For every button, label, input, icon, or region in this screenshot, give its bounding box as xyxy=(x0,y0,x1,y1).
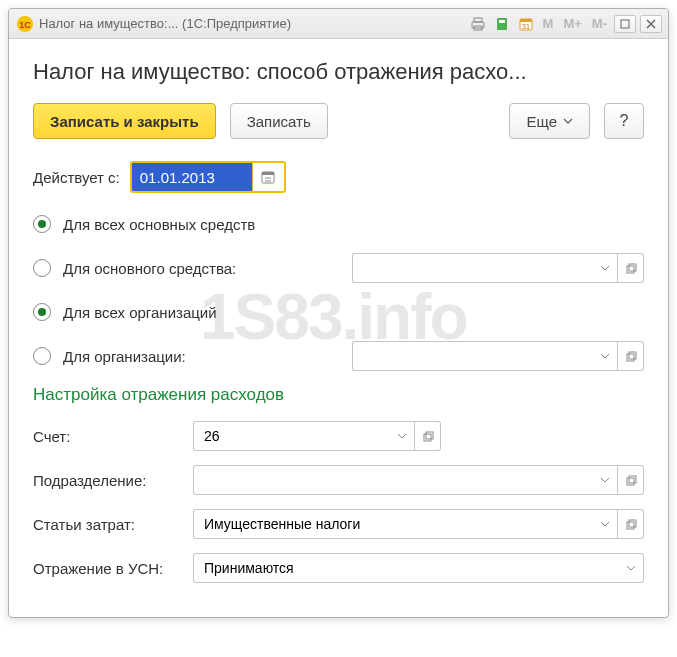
content-area: Налог на имущество: способ отражения рас… xyxy=(9,39,668,617)
svg-rect-16 xyxy=(629,264,636,271)
calendar-icon[interactable]: 31 xyxy=(516,14,536,34)
account-label: Счет: xyxy=(33,428,183,445)
radio-one-asset-label: Для основного средства: xyxy=(63,260,236,277)
svg-rect-20 xyxy=(426,432,433,439)
close-button[interactable] xyxy=(640,15,662,33)
memory-buttons: M M+ M- xyxy=(540,16,610,31)
svg-rect-24 xyxy=(629,520,636,527)
save-button[interactable]: Записать xyxy=(230,103,328,139)
usn-field xyxy=(193,553,644,583)
svg-rect-5 xyxy=(497,18,507,30)
division-row: Подразделение: xyxy=(33,465,644,495)
titlebar: 1C Налог на имущество:... (1С:Предприяти… xyxy=(9,9,668,39)
cost-dropdown-button[interactable] xyxy=(592,509,618,539)
radio-all-assets-row[interactable]: Для всех основных средств xyxy=(33,209,644,239)
cost-label: Статьи затрат: xyxy=(33,516,183,533)
svg-rect-10 xyxy=(621,20,629,28)
radio-all-orgs-row[interactable]: Для всех организаций xyxy=(33,297,644,327)
app-window: 1C Налог на имущество:... (1С:Предприяти… xyxy=(8,8,669,618)
date-input[interactable] xyxy=(132,163,252,191)
section-title: Настройка отражения расходов xyxy=(33,385,644,405)
org-input[interactable] xyxy=(352,341,592,371)
radio-all-assets[interactable] xyxy=(33,215,51,233)
org-open-button[interactable] xyxy=(618,341,644,371)
radio-all-orgs-label: Для всех организаций xyxy=(63,304,217,321)
date-label: Действует с: xyxy=(33,169,120,186)
calculator-icon[interactable] xyxy=(492,14,512,34)
division-input[interactable] xyxy=(193,465,592,495)
date-picker-button[interactable] xyxy=(252,163,284,191)
usn-label: Отражение в УСН: xyxy=(33,560,183,577)
radio-one-org[interactable] xyxy=(33,347,51,365)
asset-open-button[interactable] xyxy=(618,253,644,283)
svg-rect-22 xyxy=(629,476,636,483)
asset-dropdown-button[interactable] xyxy=(592,253,618,283)
radio-all-assets-label: Для всех основных средств xyxy=(63,216,255,233)
division-open-button[interactable] xyxy=(618,465,644,495)
date-field-wrap xyxy=(130,161,286,193)
cost-input[interactable] xyxy=(193,509,592,539)
svg-text:1C: 1C xyxy=(19,20,31,30)
more-label: Еще xyxy=(526,113,557,130)
svg-rect-3 xyxy=(474,18,482,22)
svg-rect-23 xyxy=(627,522,634,529)
org-dropdown-button[interactable] xyxy=(592,341,618,371)
svg-text:31: 31 xyxy=(522,23,530,30)
account-field xyxy=(193,421,644,451)
division-field xyxy=(193,465,644,495)
svg-rect-21 xyxy=(627,478,634,485)
more-button[interactable]: Еще xyxy=(509,103,590,139)
m-plus-button[interactable]: M+ xyxy=(560,16,584,31)
chevron-down-icon xyxy=(563,118,573,124)
org-ref-field xyxy=(352,341,644,371)
account-row: Счет: xyxy=(33,421,644,451)
help-button[interactable]: ? xyxy=(604,103,644,139)
cost-row: Статьи затрат: xyxy=(33,509,644,539)
svg-rect-15 xyxy=(627,266,634,273)
svg-rect-8 xyxy=(520,19,532,22)
calendar-icon xyxy=(260,169,276,185)
m-button[interactable]: M xyxy=(540,16,557,31)
division-label: Подразделение: xyxy=(33,472,183,489)
usn-dropdown-button[interactable] xyxy=(618,553,644,583)
account-dropdown-button[interactable] xyxy=(389,421,415,451)
account-open-button[interactable] xyxy=(415,421,441,451)
account-input[interactable] xyxy=(193,421,389,451)
svg-rect-18 xyxy=(629,352,636,359)
radio-one-org-label: Для организации: xyxy=(63,348,186,365)
cost-open-button[interactable] xyxy=(618,509,644,539)
maximize-button[interactable] xyxy=(614,15,636,33)
asset-ref-field xyxy=(352,253,644,283)
m-minus-button[interactable]: M- xyxy=(589,16,610,31)
svg-rect-17 xyxy=(627,354,634,361)
cost-field xyxy=(193,509,644,539)
usn-input[interactable] xyxy=(193,553,618,583)
svg-rect-6 xyxy=(499,20,505,23)
radio-one-asset[interactable] xyxy=(33,259,51,277)
radio-one-asset-row[interactable]: Для основного средства: xyxy=(33,253,644,283)
radio-one-org-row[interactable]: Для организации: xyxy=(33,341,644,371)
save-and-close-button[interactable]: Записать и закрыть xyxy=(33,103,216,139)
window-title: Налог на имущество:... (1С:Предприятие) xyxy=(39,16,291,31)
page-title: Налог на имущество: способ отражения рас… xyxy=(33,59,644,85)
svg-rect-19 xyxy=(424,434,431,441)
usn-row: Отражение в УСН: xyxy=(33,553,644,583)
svg-rect-12 xyxy=(262,172,274,175)
app-logo-icon: 1C xyxy=(15,14,35,34)
effective-date-row: Действует с: xyxy=(33,161,644,193)
print-icon[interactable] xyxy=(468,14,488,34)
toolbar: Записать и закрыть Записать Еще ? xyxy=(33,103,644,139)
radio-all-orgs[interactable] xyxy=(33,303,51,321)
division-dropdown-button[interactable] xyxy=(592,465,618,495)
asset-input[interactable] xyxy=(352,253,592,283)
